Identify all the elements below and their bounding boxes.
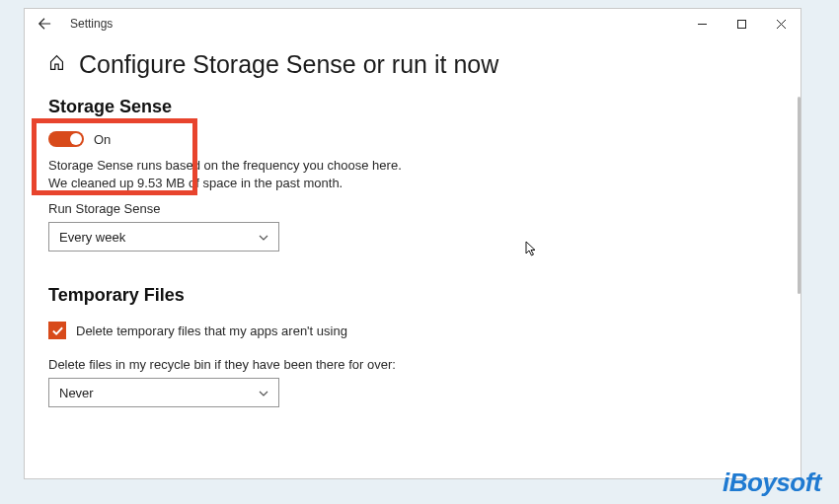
scrollbar-thumb[interactable] bbox=[798, 97, 801, 294]
titlebar: Settings bbox=[25, 9, 801, 38]
run-storage-sense-value: Every week bbox=[59, 230, 125, 245]
storage-sense-toggle[interactable] bbox=[48, 131, 84, 147]
recycle-bin-select[interactable]: Never bbox=[48, 378, 279, 407]
arrow-left-icon bbox=[38, 17, 51, 31]
storage-sense-toggle-row: On bbox=[48, 131, 763, 147]
page-header: Configure Storage Sense or run it now bbox=[25, 38, 801, 97]
maximize-icon bbox=[736, 19, 747, 30]
app-title: Settings bbox=[70, 17, 113, 31]
content-area: Storage Sense On Storage Sense runs base… bbox=[25, 97, 787, 478]
svg-rect-0 bbox=[737, 20, 745, 28]
storage-sense-description: Storage Sense runs based on the frequenc… bbox=[48, 157, 404, 191]
delete-temp-files-label: Delete temporary files that my apps aren… bbox=[76, 324, 347, 338]
storage-sense-section: Storage Sense On Storage Sense runs base… bbox=[48, 97, 763, 252]
recycle-bin-value: Never bbox=[59, 386, 94, 400]
scrollbar[interactable] bbox=[787, 97, 801, 478]
settings-window: Settings Configure Storage Sense or run … bbox=[24, 8, 801, 479]
run-storage-sense-label: Run Storage Sense bbox=[48, 201, 763, 216]
close-icon bbox=[776, 19, 787, 30]
storage-sense-toggle-label: On bbox=[94, 132, 111, 147]
delete-temp-files-row: Delete temporary files that my apps aren… bbox=[48, 322, 763, 339]
close-button[interactable] bbox=[761, 9, 801, 38]
recycle-bin-label: Delete files in my recycle bin if they h… bbox=[48, 357, 763, 372]
storage-sense-heading: Storage Sense bbox=[48, 97, 763, 117]
home-icon[interactable] bbox=[48, 54, 65, 76]
minimize-icon bbox=[697, 19, 708, 30]
check-icon bbox=[51, 324, 64, 337]
minimize-button[interactable] bbox=[682, 9, 722, 38]
temporary-files-section: Temporary Files Delete temporary files t… bbox=[48, 285, 763, 407]
toggle-knob bbox=[70, 133, 82, 145]
chevron-down-icon bbox=[259, 232, 268, 243]
window-controls bbox=[682, 9, 801, 38]
chevron-down-icon bbox=[259, 388, 268, 398]
content-wrapper: Storage Sense On Storage Sense runs base… bbox=[25, 97, 801, 478]
delete-temp-files-checkbox[interactable] bbox=[48, 322, 66, 339]
run-storage-sense-select[interactable]: Every week bbox=[48, 222, 279, 252]
page-title: Configure Storage Sense or run it now bbox=[79, 50, 498, 79]
back-button[interactable] bbox=[25, 9, 64, 38]
temporary-files-heading: Temporary Files bbox=[48, 285, 763, 306]
maximize-button[interactable] bbox=[722, 9, 761, 38]
